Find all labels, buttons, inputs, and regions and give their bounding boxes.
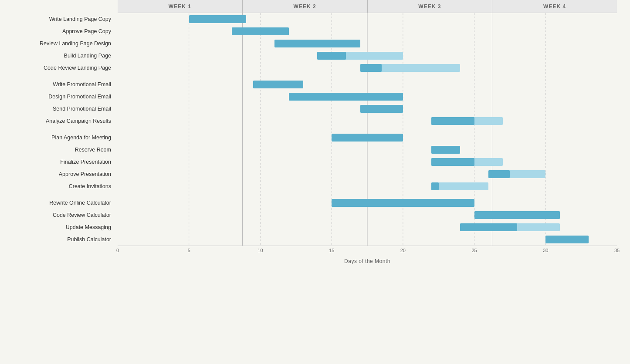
task-label: Build Landing Page xyxy=(0,50,115,62)
task-row xyxy=(118,168,617,180)
x-tick-35: 35 xyxy=(614,248,620,253)
task-row xyxy=(118,50,617,62)
gantt-chart: WEEK 1 WEEK 2 WEEK 3 WEEK 4 Write Landin… xyxy=(0,0,630,364)
task-label: Rewrite Online Calculator xyxy=(0,197,115,209)
task-row xyxy=(118,209,617,221)
task-label: Review Landing Page Design xyxy=(0,37,115,50)
bar-dark xyxy=(431,117,474,125)
week2-header: WEEK 2 xyxy=(243,0,368,13)
x-tick-30: 30 xyxy=(543,248,548,253)
task-row xyxy=(118,180,617,192)
task-label: Code Review Calculator xyxy=(0,209,115,221)
task-row xyxy=(118,115,617,127)
task-row xyxy=(118,37,617,50)
x-tick-15: 15 xyxy=(329,248,334,253)
bar-dark xyxy=(488,170,510,178)
bar-dark xyxy=(332,134,403,142)
task-row xyxy=(118,78,617,91)
x-tick-20: 20 xyxy=(400,248,406,253)
week4-header: WEEK 4 xyxy=(492,0,617,13)
bar-dark xyxy=(289,93,403,101)
x-tick-25: 25 xyxy=(471,248,477,253)
x-tick-5: 5 xyxy=(188,248,190,253)
bar-dark xyxy=(253,81,303,88)
bar-dark xyxy=(332,199,474,207)
week-headers: WEEK 1 WEEK 2 WEEK 3 WEEK 4 xyxy=(118,0,617,13)
bar-dark xyxy=(360,105,403,113)
bar-light xyxy=(431,182,488,190)
bar-dark xyxy=(317,52,345,60)
x-tick-0: 0 xyxy=(116,248,119,253)
task-label: Analyze Campaign Results xyxy=(0,115,115,127)
task-label: Approve Page Copy xyxy=(0,25,115,37)
bar-dark xyxy=(360,64,382,72)
task-label: Create Invitations xyxy=(0,180,115,192)
task-row xyxy=(118,156,617,168)
bar-dark xyxy=(545,236,588,243)
task-row xyxy=(118,62,617,74)
task-label: Approve Presentation xyxy=(0,168,115,180)
bar-dark xyxy=(431,182,438,190)
task-label: Plan Agenda for Meeting xyxy=(0,131,115,144)
bar-dark xyxy=(474,211,560,219)
task-label: Update Messaging xyxy=(0,221,115,233)
bar-dark xyxy=(460,223,517,231)
x-axis-label: Days of the Month xyxy=(118,258,617,264)
task-label: Publish Calculator xyxy=(0,233,115,246)
task-row xyxy=(118,13,617,25)
bar-dark xyxy=(431,158,474,166)
bar-dark xyxy=(274,40,360,47)
bar-dark xyxy=(189,15,246,23)
task-label: Send Promotional Email xyxy=(0,103,115,115)
task-label: Finalize Presentation xyxy=(0,156,115,168)
week3-header: WEEK 3 xyxy=(368,0,493,13)
x-axis: 05101520253035 Days of the Month xyxy=(0,246,630,264)
task-label: Write Landing Page Copy xyxy=(0,13,115,25)
bars-area xyxy=(118,13,617,246)
bars-rows xyxy=(118,13,617,246)
task-label: Write Promotional Email xyxy=(0,78,115,91)
bar-dark xyxy=(232,27,289,35)
task-row xyxy=(118,25,617,37)
task-label: Design Promotional Email xyxy=(0,91,115,103)
task-label: Reserve Room xyxy=(0,144,115,156)
task-row xyxy=(118,144,617,156)
bar-dark xyxy=(431,146,460,154)
task-row xyxy=(118,221,617,233)
x-tick-10: 10 xyxy=(257,248,263,253)
task-label: Code Review Landing Page xyxy=(0,62,115,74)
task-labels: Write Landing Page CopyApprove Page Copy… xyxy=(0,13,115,246)
task-row xyxy=(118,103,617,115)
task-row xyxy=(118,233,617,246)
week1-header: WEEK 1 xyxy=(118,0,243,13)
task-row xyxy=(118,91,617,103)
task-row xyxy=(118,197,617,209)
task-row xyxy=(118,131,617,144)
